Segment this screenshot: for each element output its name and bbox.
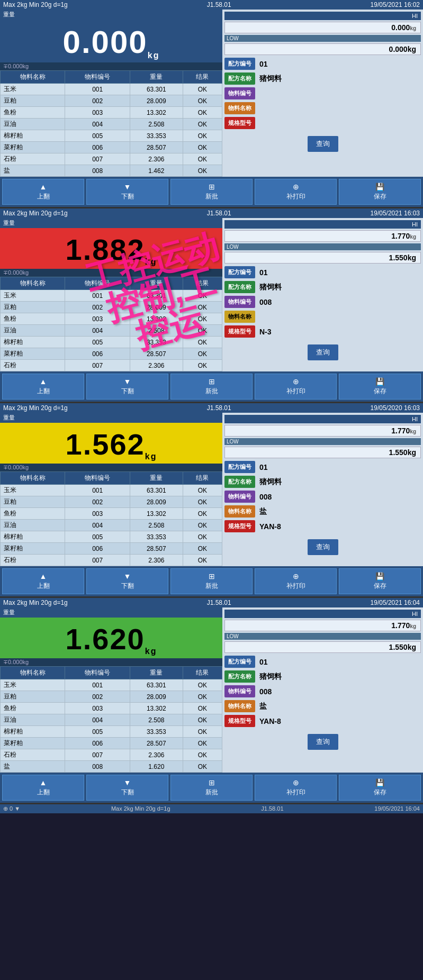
col-material-name: 物料名称 bbox=[1, 472, 65, 485]
spec-btn[interactable]: 规格型号 bbox=[224, 715, 255, 727]
btn-up[interactable]: ▲上翻 bbox=[2, 568, 84, 594]
btn-reprint[interactable]: ⊕补打印 bbox=[255, 374, 337, 400]
table-row: 石粉0072.306OK bbox=[1, 360, 222, 371]
panel-4-datetime: 19/05/2021 16:04 bbox=[371, 599, 420, 606]
recipe-name-btn[interactable]: 配方名称 bbox=[224, 72, 255, 85]
panel-3-hi-value: 1.770kg bbox=[224, 425, 421, 437]
btn-down[interactable]: ▼下翻 bbox=[86, 179, 168, 205]
panel-1-spec-value bbox=[257, 122, 421, 124]
btn-up[interactable]: ▲上翻 bbox=[2, 374, 84, 400]
panel-4: Max 2kg Min 20g d=1g J1.58.01 19/05/2021… bbox=[0, 598, 423, 804]
panel-1-spec-row: 规格型号 bbox=[224, 117, 421, 129]
panel-4-hi-label: HI bbox=[224, 610, 421, 618]
table-row: 豆油0042.508OK bbox=[1, 119, 222, 130]
panel-3-spec: Max 2kg Min 20g d=1g bbox=[3, 404, 68, 412]
table-row: 菜籽粕00628.507OK bbox=[1, 348, 222, 360]
panel-4-query-btn[interactable]: 查询 bbox=[308, 734, 338, 750]
panel-2-material-code-row: 物料编号 008 bbox=[224, 296, 421, 308]
recipe-name-btn[interactable]: 配方名称 bbox=[224, 476, 255, 488]
col-result: 结果 bbox=[183, 472, 222, 485]
panel-2-spec: Max 2kg Min 20g d=1g bbox=[3, 210, 68, 217]
btn-up[interactable]: ▲上翻 bbox=[2, 775, 84, 801]
spec-btn[interactable]: 规格型号 bbox=[224, 117, 255, 129]
table-row: 鱼粉00313.302OK bbox=[1, 703, 222, 714]
panel-2-zero: ∓0.000kg bbox=[0, 269, 222, 277]
panel-4-recipe-code-row: 配方编号 01 bbox=[224, 656, 421, 668]
recipe-code-btn[interactable]: 配方编号 bbox=[224, 266, 255, 278]
panel-3-spec-row: 规格型号 YAN-8 bbox=[224, 520, 421, 532]
panel-1: Max 2kg Min 20g d=1g J1.58.01 19/05/2021… bbox=[0, 0, 423, 208]
btn-save[interactable]: 💾保存 bbox=[339, 775, 421, 801]
col-material-name: 物料名称 bbox=[1, 277, 65, 290]
panel-1-weight-unit: kg bbox=[148, 51, 160, 60]
btn-new-batch[interactable]: ⊞新批 bbox=[170, 179, 253, 205]
panel-2: Max 2kg Min 20g d=1g J1.58.01 19/05/2021… bbox=[0, 208, 423, 403]
col-material-name: 物料名称 bbox=[1, 71, 65, 84]
material-name-btn[interactable]: 物料名称 bbox=[224, 102, 255, 114]
panel-2-weight-label-row: 重量 bbox=[0, 218, 222, 228]
panel-1-low-label: LOW bbox=[224, 35, 421, 42]
panel-2-material-code-value: 008 bbox=[257, 297, 421, 307]
panel-4-recipe-name-value: 猪饲料 bbox=[257, 671, 421, 683]
panel-1-recipe-name-row: 配方名称 猪饲料 bbox=[224, 72, 421, 85]
panel-1-query-btn[interactable]: 查询 bbox=[308, 136, 338, 152]
panel-3-table-area: 物料名称 物料编号 重量 结果 玉米00163.301OK 豆粕00228.00… bbox=[0, 471, 222, 566]
panel-4-material-code-value: 008 bbox=[257, 686, 421, 697]
panel-3-recipe-name-row: 配方名称 猪饲料 bbox=[224, 476, 421, 488]
panel-3-recipe-code-value: 01 bbox=[257, 462, 421, 473]
material-name-btn[interactable]: 物料名称 bbox=[224, 311, 255, 323]
btn-down[interactable]: ▼下翻 bbox=[86, 775, 168, 801]
spec-btn[interactable]: 规格型号 bbox=[224, 325, 255, 338]
panel-3-material-code-row: 物料编号 008 bbox=[224, 491, 421, 503]
panel-4-right: HI 1.770kg LOW 1.550kg 配方编号 01 配方名称 猪饲料 … bbox=[222, 607, 423, 773]
btn-reprint[interactable]: ⊕补打印 bbox=[255, 179, 337, 205]
material-name-btn[interactable]: 物料名称 bbox=[224, 700, 255, 712]
recipe-code-btn[interactable]: 配方编号 bbox=[224, 461, 255, 473]
table-row: 豆油0042.508OK bbox=[1, 714, 222, 726]
spec-btn[interactable]: 规格型号 bbox=[224, 520, 255, 532]
material-code-btn[interactable]: 物料编号 bbox=[224, 685, 255, 697]
panel-1-low-value: 0.000kg bbox=[224, 43, 421, 55]
recipe-code-btn[interactable]: 配方编号 bbox=[224, 58, 255, 70]
panel-3-weight-display: 1.562kg bbox=[0, 423, 222, 464]
material-name-btn[interactable]: 物料名称 bbox=[224, 505, 255, 518]
panel-3-recipe-code-row: 配方编号 01 bbox=[224, 461, 421, 473]
table-row: 菜籽粕00628.507OK bbox=[1, 142, 222, 153]
panel-4-scale: 重量 1.620kg ∓0.000kg 物料名称 物料编号 重量 结果 bbox=[0, 607, 222, 773]
btn-reprint[interactable]: ⊕补打印 bbox=[255, 568, 337, 594]
panel-4-spec-row: 规格型号 YAN-8 bbox=[224, 715, 421, 727]
panel-4-table: 物料名称 物料编号 重量 结果 玉米00163.301OK 豆粕00228.00… bbox=[0, 666, 222, 773]
btn-down[interactable]: ▼下翻 bbox=[86, 374, 168, 400]
panel-2-query-btn[interactable]: 查询 bbox=[308, 344, 338, 360]
panel-2-material-name-value bbox=[257, 316, 421, 318]
table-row: 玉米00163.301OK bbox=[1, 679, 222, 691]
recipe-code-btn[interactable]: 配方编号 bbox=[224, 656, 255, 668]
recipe-name-btn[interactable]: 配方名称 bbox=[224, 670, 255, 683]
panel-3-material-code-value: 008 bbox=[257, 492, 421, 502]
panel-4-header: Max 2kg Min 20g d=1g J1.58.01 19/05/2021… bbox=[0, 598, 423, 607]
panel-3-query-btn[interactable]: 查询 bbox=[308, 539, 338, 555]
panel-1-table: 物料名称 物料编号 重量 结果 玉米00163.301OK 豆粕00228.00… bbox=[0, 70, 222, 177]
btn-save[interactable]: 💾保存 bbox=[339, 179, 421, 205]
btn-new-batch[interactable]: ⊞新批 bbox=[170, 374, 253, 400]
btn-new-batch[interactable]: ⊞新批 bbox=[170, 568, 253, 594]
panel-1-material-name-value bbox=[257, 107, 421, 110]
btn-new-batch[interactable]: ⊞新批 bbox=[170, 775, 253, 801]
btn-save[interactable]: 💾保存 bbox=[339, 568, 421, 594]
recipe-name-btn[interactable]: 配方名称 bbox=[224, 281, 255, 293]
panel-4-low-label: LOW bbox=[224, 633, 421, 640]
panel-4-weight-label: 重量 bbox=[3, 609, 15, 616]
panel-1-hi-label: HI bbox=[224, 12, 421, 20]
material-code-btn[interactable]: 物料编号 bbox=[224, 296, 255, 308]
panel-1-main: 重量 0.000kg ∓0.000kg 物料名称 物料编号 重量 结果 bbox=[0, 10, 423, 177]
panel-2-scale: 重量 1.882kg ∓0.000kg 物料名称 物料编号 重量 结果 bbox=[0, 218, 222, 371]
panel-2-hi-value: 1.770kg bbox=[224, 230, 421, 242]
panel-3-main: 重量 1.562kg ∓0.000kg 物料名称 物料编号 重量 结果 bbox=[0, 413, 423, 566]
panel-4-hi-value: 1.770kg bbox=[224, 620, 421, 631]
btn-up[interactable]: ▲上翻 bbox=[2, 179, 84, 205]
material-code-btn[interactable]: 物料编号 bbox=[224, 491, 255, 503]
btn-reprint[interactable]: ⊕补打印 bbox=[255, 775, 337, 801]
btn-down[interactable]: ▼下翻 bbox=[86, 568, 168, 594]
material-code-btn[interactable]: 物料编号 bbox=[224, 87, 255, 99]
btn-save[interactable]: 💾保存 bbox=[339, 374, 421, 400]
